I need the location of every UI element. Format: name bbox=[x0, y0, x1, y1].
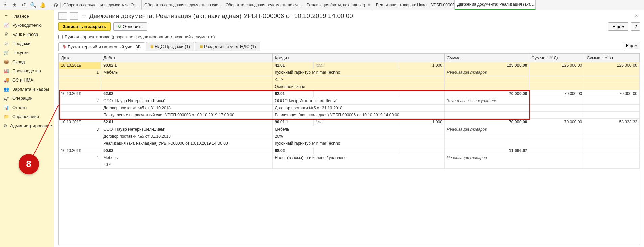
app-tab[interactable]: Оборотно-сальдовая ведомость по сче...× bbox=[223, 0, 304, 10]
entry-detail-row[interactable]: 2 ООО "Пауэр Интернэшнл-Шины" ООО "Пауэр… bbox=[59, 97, 640, 105]
cell-debit-acc: 90.03 bbox=[101, 147, 273, 154]
bell-icon[interactable]: 🔔 bbox=[39, 1, 47, 9]
entry-detail-row[interactable]: Договор поставки №5 от 31.10.2018 Догово… bbox=[59, 105, 640, 112]
refresh-button[interactable]: Обновить bbox=[113, 22, 147, 31]
favorite-star-icon[interactable]: ☆ bbox=[81, 12, 87, 20]
history-icon[interactable]: ↺ bbox=[20, 1, 28, 9]
entry-header-row[interactable]: 10.10.2019 90.03 68.02 11 666,67 bbox=[59, 147, 640, 154]
app-tab[interactable]: Оборотно-сальдовая ведомость по сче...× bbox=[142, 0, 223, 10]
sidebar-item[interactable]: 📁Справочники bbox=[0, 112, 54, 121]
cell-nudt: 125 000,00 bbox=[529, 62, 584, 69]
entry-detail-row[interactable]: 4 Мебель Налог (взносы): начислено / упл… bbox=[59, 154, 640, 161]
nav-back-button[interactable]: ← bbox=[58, 12, 67, 20]
sidebar-item-label: Производство bbox=[12, 68, 41, 73]
cell-sum-note bbox=[444, 105, 529, 112]
cell-debit-detail bbox=[101, 76, 273, 83]
sidebar-icon: 📈 bbox=[3, 23, 9, 28]
inner-more-button[interactable]: Еще bbox=[623, 42, 640, 49]
app-tab[interactable]: Реализация товаров: Накл... УРБП-000006× bbox=[373, 0, 455, 10]
sidebar-item[interactable]: 📦Склад bbox=[0, 57, 54, 66]
sidebar-item[interactable]: 🛍Продажи bbox=[0, 39, 54, 48]
sidebar-icon: 🛍 bbox=[3, 41, 9, 46]
col-date[interactable]: Дата bbox=[59, 54, 101, 62]
sidebar-item[interactable]: ₽Банк и касса bbox=[0, 30, 54, 39]
star-icon[interactable]: ★ bbox=[10, 1, 18, 9]
cell-debit-detail: Договор поставки №5 от 31.10.2018 bbox=[101, 105, 273, 112]
cell-sum-note: Реализация товаров bbox=[444, 154, 529, 161]
entry-detail-row[interactable]: Реализация (акт, накладная) УРБП-000006 … bbox=[59, 140, 640, 147]
sidebar-item[interactable]: ≡Главное bbox=[0, 12, 54, 21]
sidebar-item[interactable]: 🛒Покупки bbox=[0, 48, 54, 57]
cell-nudt: 70 000,00 bbox=[529, 90, 584, 97]
help-button[interactable]: ? bbox=[631, 22, 640, 31]
manual-edit-checkbox[interactable] bbox=[58, 35, 63, 39]
sidebar-item-label: Руководителю bbox=[12, 23, 42, 28]
sidebar-item[interactable]: 📈Руководителю bbox=[0, 21, 54, 30]
inner-tab[interactable]: ДтБухгалтерский и налоговый учет (4) bbox=[58, 42, 145, 51]
home-tab[interactable]: ⮉ bbox=[50, 2, 61, 8]
cell-empty bbox=[584, 69, 640, 76]
inner-tab[interactable]: ▦НДС Продажи (1) bbox=[146, 42, 194, 51]
entry-detail-row[interactable]: Договор поставки №5 от 31.10.2018 20% bbox=[59, 133, 640, 140]
cell-debit-acc: 62.02 bbox=[101, 90, 273, 97]
col-debit[interactable]: Дебет bbox=[101, 54, 273, 62]
sidebar-item-label: Операции bbox=[12, 96, 33, 101]
col-nudt[interactable]: Сумма НУ Дт bbox=[529, 54, 584, 62]
sidebar-item-label: Покупки bbox=[12, 50, 29, 55]
save-close-button[interactable]: Записать и закрыть bbox=[58, 22, 111, 31]
sidebar-item[interactable]: ДтОперации bbox=[0, 94, 54, 103]
sidebar-item[interactable]: 🏭Производство bbox=[0, 66, 54, 75]
entry-header-row[interactable]: 10.10.2019 62.02 62.01 70 000,00 70 000,… bbox=[59, 90, 640, 97]
top-toolbar: ⠿ ★ ↺ 🔍 🔔 ⮉ Оборотно-сальдовая ведомость… bbox=[0, 0, 644, 10]
cell-sum-note bbox=[444, 76, 529, 83]
more-button[interactable]: Еще bbox=[608, 22, 628, 31]
cell-nukt: 70 000,00 bbox=[584, 90, 640, 97]
close-document-icon[interactable]: × bbox=[635, 13, 640, 19]
nav-forward-button[interactable]: → bbox=[70, 12, 78, 20]
inner-tab[interactable]: ▦Раздельный учет НДС (1) bbox=[195, 42, 260, 51]
cell-empty bbox=[584, 154, 640, 161]
entry-detail-row[interactable]: Поступление на расчетный счет УРБП-00000… bbox=[59, 112, 640, 119]
accounting-grid: Дата Дебет Кредит Сумма Сумма НУ Дт Сумм… bbox=[59, 53, 640, 169]
entry-header-row[interactable]: 10.10.2019 90.02.1 41.01 Кол.: 1,000 125… bbox=[59, 62, 640, 69]
cell-row-num bbox=[59, 105, 101, 112]
tab-close-icon[interactable]: × bbox=[368, 2, 370, 7]
entry-detail-row[interactable]: Основной склад bbox=[59, 83, 640, 90]
cell-row-num bbox=[59, 76, 101, 83]
doc-header: ← → ☆ Движения документа: Реализация (ак… bbox=[54, 10, 644, 21]
cell-sum-note bbox=[444, 112, 529, 119]
sidebar-item[interactable]: 🚚ОС и НМА bbox=[0, 75, 54, 85]
apps-icon[interactable]: ⠿ bbox=[1, 1, 9, 9]
cell-qty: 1,000 bbox=[398, 62, 445, 69]
app-tab[interactable]: Оборотно-сальдовая ведомость за Ок...× bbox=[61, 0, 142, 10]
cell-credit-detail: Основной склад bbox=[273, 83, 444, 90]
tabs-row: Оборотно-сальдовая ведомость за Ок...×Об… bbox=[61, 0, 644, 10]
app-tab-label: Реализация (акты, накладные) bbox=[307, 3, 365, 7]
ledger-icon: ▦ bbox=[200, 45, 203, 48]
entry-header-row[interactable]: 10.10.2019 62.01 90.01.1 Кол.: 1,000 70 … bbox=[59, 119, 640, 126]
entry-detail-row[interactable]: 3 ООО "Пауэр Интернэшнл-Шины" Мебель Реа… bbox=[59, 126, 640, 133]
entry-detail-row[interactable]: <...> bbox=[59, 76, 640, 83]
cell-empty bbox=[584, 105, 640, 112]
inner-tab-label: НДС Продажи (1) bbox=[155, 44, 190, 49]
sidebar-item[interactable]: 👥Зарплата и кадры bbox=[0, 85, 54, 94]
cell-empty bbox=[584, 83, 640, 90]
sidebar-item[interactable]: 📊Отчеты bbox=[0, 103, 54, 112]
app-tab[interactable]: Движения документа: Реализация (акт, ...… bbox=[455, 0, 536, 10]
cell-empty bbox=[529, 140, 584, 147]
col-nukt[interactable]: Сумма НУ Кт bbox=[584, 54, 640, 62]
col-sum[interactable]: Сумма bbox=[444, 54, 529, 62]
cell-empty bbox=[584, 76, 640, 83]
cell-sum-note bbox=[444, 133, 529, 140]
cell-nukt: 125 000,00 bbox=[584, 62, 640, 69]
search-icon[interactable]: 🔍 bbox=[29, 1, 37, 9]
cell-empty bbox=[529, 133, 584, 140]
entry-detail-row[interactable]: 1 Мебель Кухонный гарнитур Minimal Techn… bbox=[59, 69, 640, 76]
cell-credit-acc: 62.01 bbox=[273, 90, 313, 97]
cell-debit-detail: Мебель bbox=[101, 154, 273, 161]
sidebar-item-label: Банк и касса bbox=[12, 32, 38, 37]
app-tab[interactable]: Реализация (акты, накладные)× bbox=[304, 0, 373, 10]
entry-detail-row[interactable]: 20% bbox=[59, 161, 640, 169]
col-credit[interactable]: Кредит bbox=[273, 54, 444, 62]
divider bbox=[49, 1, 49, 9]
